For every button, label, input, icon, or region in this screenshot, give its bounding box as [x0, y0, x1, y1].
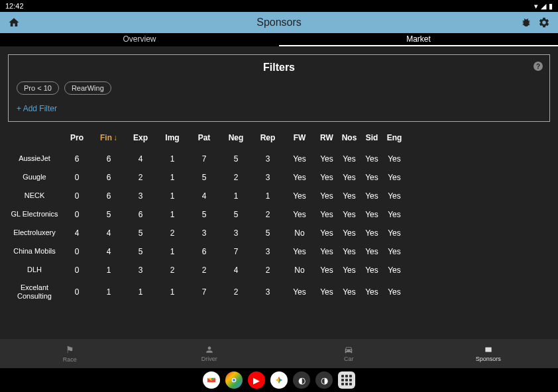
nav-label: Car [344, 356, 354, 362]
col-nos[interactable]: Nos [338, 133, 361, 142]
bug-icon[interactable] [521, 17, 531, 28]
filter-chip-pro[interactable]: Pro < 10 [17, 81, 59, 95]
sponsor-name: GL Electronics [8, 209, 61, 220]
cell: 5 [125, 247, 156, 256]
apps-drawer-icon[interactable] [338, 371, 355, 389]
cell: Yes [383, 154, 406, 164]
col-fin[interactable]: Fin↓ [93, 133, 125, 142]
filter-chip-rearwing[interactable]: RearWing [64, 81, 111, 95]
cell: 6 [61, 154, 93, 164]
table-row[interactable]: AussieJet6641753YesYesYesYesYes [8, 150, 550, 168]
battery-icon: ▮ [549, 2, 553, 11]
cell: 0 [61, 173, 93, 182]
youtube-icon[interactable]: ▶ [248, 371, 265, 389]
cell: 1 [93, 287, 125, 297]
col-fw[interactable]: FW [284, 133, 315, 142]
cell: Yes [315, 154, 338, 164]
col-sid[interactable]: Sid [361, 133, 383, 142]
col-rep[interactable]: Rep [252, 133, 284, 142]
table-row[interactable]: Guugle0621523YesYesYesYesYes [8, 168, 550, 187]
table-row[interactable]: DLH0132242NoYesYesYesYes [8, 261, 550, 279]
cell: 4 [188, 191, 220, 201]
cell: 7 [188, 287, 220, 297]
app-bar: Sponsors [0, 12, 558, 33]
svg-point-2 [233, 379, 235, 381]
cell: Yes [338, 228, 361, 238]
cell: 4 [93, 228, 125, 238]
cell: 3 [220, 228, 252, 238]
cell: Yes [315, 173, 338, 182]
cell: Yes [361, 173, 383, 182]
cell: Yes [338, 287, 361, 297]
cell: Yes [361, 228, 383, 238]
nav-label: Race [63, 356, 77, 363]
nav-sponsors[interactable]: Sponsors [419, 339, 559, 368]
nav-driver[interactable]: Driver [140, 339, 280, 368]
cell: Yes [383, 173, 406, 182]
cell: No [284, 228, 315, 238]
col-neg[interactable]: Neg [220, 133, 252, 142]
cell: Yes [284, 154, 315, 164]
cell: Yes [338, 154, 361, 164]
cell: 6 [188, 247, 220, 256]
cell: 4 [125, 154, 156, 164]
cell: Yes [338, 266, 361, 275]
cell: Yes [338, 247, 361, 256]
table-row[interactable]: NECK0631411YesYesYesYesYes [8, 187, 550, 205]
sponsor-name: China Mobils [8, 246, 61, 257]
col-eng[interactable]: Eng [383, 133, 406, 142]
add-filter-button[interactable]: + Add Filter [17, 104, 541, 113]
cell: 3 [252, 287, 284, 297]
car-icon [344, 345, 353, 354]
cell: Yes [315, 247, 338, 256]
cell: 1 [156, 191, 188, 201]
cell: Yes [383, 191, 406, 201]
photos-icon[interactable] [270, 371, 288, 389]
col-rw[interactable]: RW [315, 133, 338, 142]
nav-race[interactable]: ⚑ Race [0, 339, 140, 368]
cell: 5 [188, 173, 220, 182]
chrome-icon[interactable] [225, 371, 243, 389]
home-icon[interactable] [8, 17, 20, 28]
cell: 6 [125, 210, 156, 219]
cell: 1 [156, 210, 188, 219]
sponsor-name: Guugle [8, 172, 61, 183]
tab-market[interactable]: Market [279, 33, 558, 46]
wifi-icon: ▾ [534, 2, 538, 11]
cell: 2 [188, 266, 220, 275]
table-row[interactable]: Electroluxery4452335NoYesYesYesYes [8, 224, 550, 242]
cell: 4 [61, 228, 93, 238]
table-row[interactable]: GL Electronics0561552YesYesYesYesYes [8, 205, 550, 224]
cell: Yes [315, 287, 338, 297]
cell: 0 [61, 247, 93, 256]
table-row[interactable]: Excelant Consulting0111723YesYesYesYesYe… [8, 279, 550, 305]
col-img[interactable]: Img [156, 133, 188, 142]
cell: 6 [93, 154, 125, 164]
help-icon[interactable]: ? [533, 62, 543, 71]
svg-rect-0 [485, 348, 491, 352]
settings-icon[interactable] [538, 17, 550, 28]
cell: 2 [156, 266, 188, 275]
cell: Yes [361, 266, 383, 275]
cell: 2 [252, 266, 284, 275]
nav-label: Driver [201, 356, 217, 362]
app-icon-1[interactable]: ◐ [293, 371, 310, 389]
col-pro[interactable]: Pro [61, 133, 93, 142]
col-pat[interactable]: Pat [188, 133, 220, 142]
cell: 2 [220, 173, 252, 182]
cell: 2 [125, 173, 156, 182]
cell: 7 [188, 154, 220, 164]
cell: 2 [252, 210, 284, 219]
nav-label: Sponsors [476, 356, 501, 362]
cell: Yes [383, 287, 406, 297]
tab-overview[interactable]: Overview [0, 33, 279, 46]
status-time: 12:42 [5, 2, 24, 10]
table-row[interactable]: China Mobils0451673YesYesYesYesYes [8, 242, 550, 261]
app-icon-2[interactable]: ◑ [315, 371, 333, 389]
gmail-icon[interactable] [203, 371, 220, 389]
cell: Yes [284, 247, 315, 256]
col-exp[interactable]: Exp [125, 133, 156, 142]
cell: Yes [315, 266, 338, 275]
nav-car[interactable]: Car [279, 339, 419, 368]
content-area: Filters ? Pro < 10 RearWing + Add Filter… [0, 46, 558, 339]
